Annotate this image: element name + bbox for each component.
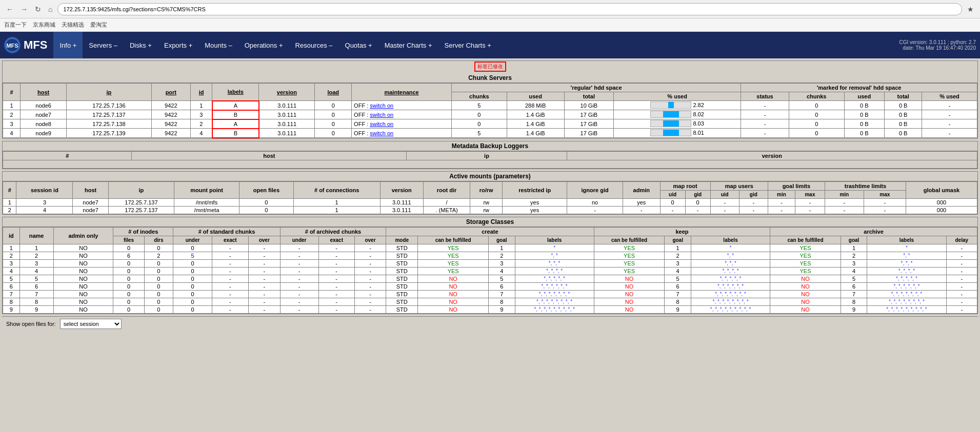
nav-resources[interactable]: Resources – bbox=[289, 32, 339, 58]
nav-servers[interactable]: Servers – bbox=[83, 32, 124, 58]
ml-col-version: version bbox=[567, 151, 977, 160]
am-col-host: host bbox=[73, 181, 108, 198]
sc-create-mode: mode bbox=[386, 236, 418, 244]
am-col-mr-gid: gid bbox=[685, 190, 710, 198]
sc-col-create: create bbox=[386, 227, 594, 236]
cs-col-num: # bbox=[3, 84, 21, 101]
am-col-mount: mount point bbox=[174, 181, 239, 198]
am-col-openfiles: open files bbox=[239, 181, 294, 198]
sc-col-name: name bbox=[19, 227, 53, 244]
cs-col-version: version bbox=[259, 84, 315, 101]
ml-col-ip: ip bbox=[407, 151, 567, 160]
sc-arch-goal: goal bbox=[841, 236, 867, 244]
cs-col-load: load bbox=[315, 84, 352, 101]
cs-col-mark-chunks: chunks bbox=[789, 92, 844, 101]
back-button[interactable]: ← bbox=[4, 4, 15, 14]
nav-disks[interactable]: Disks + bbox=[124, 32, 158, 58]
session-select[interactable]: select session bbox=[60, 319, 122, 329]
nav-mounts[interactable]: Mounts – bbox=[198, 32, 238, 58]
home-button[interactable]: ⌂ bbox=[46, 4, 54, 14]
sc-std-exact: exact bbox=[212, 236, 248, 244]
table-row: 3 node8 172.25.7.138 9422 2 A 3.0.111 0 … bbox=[3, 119, 977, 129]
chunk-servers-table: # host ip port id labels version load ma… bbox=[3, 83, 977, 138]
am-col-rootdir: root dir bbox=[423, 181, 470, 198]
browser-bar: ← → ↻ ⌂ ★ bbox=[0, 0, 980, 18]
am-col-gl-max: max bbox=[795, 190, 825, 198]
cs-col-port: port bbox=[151, 84, 190, 101]
sc-col-adminonly: admin only bbox=[53, 227, 113, 244]
table-row: 1 3 node7 172.25.7.137 /mnt/mfs 0 1 3.0.… bbox=[3, 198, 977, 206]
am-col-mu-gid: gid bbox=[739, 190, 768, 198]
table-row: 1 1 NO 0 0 0 - - - - - STD YES 1 * YES 1… bbox=[3, 244, 977, 252]
cs-col-status: status bbox=[741, 92, 789, 101]
am-col-trashtimits: trashtime limits bbox=[825, 181, 906, 190]
bookmark-tmall[interactable]: 天猫精选 bbox=[62, 21, 84, 29]
refresh-button[interactable]: ↻ bbox=[33, 4, 43, 14]
ml-empty bbox=[3, 160, 977, 168]
sc-keep-labels: labels bbox=[691, 236, 770, 244]
storage-classes-panel: Storage Classes id name admin only # of … bbox=[2, 217, 978, 314]
chunk-servers-title: Chunk Servers bbox=[3, 73, 977, 83]
forward-button[interactable]: → bbox=[18, 4, 30, 14]
table-row: 5 5 NO 0 0 0 - - - - - STD NO 5 *, *, *,… bbox=[3, 275, 977, 282]
table-row: 9 9 NO 0 0 0 - - - - - STD NO 9 *, *, *,… bbox=[3, 305, 977, 313]
cs-col-reg-pct: % used bbox=[614, 92, 741, 101]
sc-create-labels: labels bbox=[515, 236, 594, 244]
nav-exports[interactable]: Exports + bbox=[158, 32, 198, 58]
sc-col-archchunks: # of archived chunks bbox=[280, 227, 386, 236]
sc-delay: delay bbox=[946, 236, 977, 244]
nav-operations[interactable]: Operations + bbox=[238, 32, 289, 58]
metadata-loggers-panel: Metadata Backup Loggers # host ip versio… bbox=[2, 141, 978, 169]
bookmark-taobao[interactable]: 爱淘宝 bbox=[90, 21, 107, 29]
table-row: 3 3 NO 0 0 0 - - - - - STD YES 3 *, *, *… bbox=[3, 259, 977, 267]
table-row: 4 4 NO 0 0 0 - - - - - STD YES 4 *, *, *… bbox=[3, 267, 977, 275]
cs-col-host: host bbox=[21, 84, 67, 101]
nav-master-charts[interactable]: Master Charts + bbox=[378, 32, 438, 58]
sc-inodes-dirs: dirs bbox=[144, 236, 173, 244]
bookmark-baidu[interactable]: 百度一下 bbox=[4, 21, 27, 29]
nav-quotas[interactable]: Quotas + bbox=[339, 32, 378, 58]
table-row: 2 node7 172.25.7.137 9422 3 B 3.0.111 0 … bbox=[3, 110, 977, 119]
am-col-mr-uid: uid bbox=[660, 190, 685, 198]
sc-col-inodes: # of inodes bbox=[113, 227, 173, 236]
url-bar[interactable] bbox=[57, 3, 962, 15]
cs-col-reg-chunks: chunks bbox=[452, 92, 507, 101]
am-col-gl-min: min bbox=[768, 190, 795, 198]
sc-inodes-files: files bbox=[113, 236, 144, 244]
am-col-mapusers: map users bbox=[710, 181, 768, 190]
am-col-connections: # of connections bbox=[293, 181, 380, 198]
main-content: 标签已修改 Chunk Servers # host ip port id la… bbox=[0, 58, 980, 432]
nav-server-charts[interactable]: Server Charts + bbox=[438, 32, 497, 58]
table-row bbox=[3, 160, 977, 168]
logo: MFS MFS bbox=[4, 37, 47, 53]
sc-keep-goal: goal bbox=[665, 236, 691, 244]
sc-create-fulfilled: can be fulfilled bbox=[418, 236, 489, 244]
star-button[interactable]: ★ bbox=[965, 4, 976, 14]
active-mounts-title: Active mounts (parameters) bbox=[3, 172, 977, 181]
storage-classes-title: Storage Classes bbox=[3, 217, 977, 227]
cs-col-reg-used: used bbox=[507, 92, 564, 101]
bookmark-jd[interactable]: 京东商城 bbox=[33, 21, 55, 29]
cs-col-reg-total: total bbox=[564, 92, 614, 101]
logo-text: MFS bbox=[24, 38, 47, 52]
storage-classes-table: id name admin only # of inodes # of stan… bbox=[3, 227, 977, 314]
am-col-session: session id bbox=[16, 181, 73, 198]
ml-col-host: host bbox=[132, 151, 407, 160]
cs-col-maintenance: maintenance bbox=[352, 84, 452, 101]
annotation-label: 标签已修改 bbox=[474, 61, 506, 72]
am-col-mu-uid: uid bbox=[710, 190, 739, 198]
cs-col-id: id bbox=[190, 84, 212, 101]
sc-arch-fulfilled: can be fulfilled bbox=[770, 236, 841, 244]
sc-col-keep: keep bbox=[594, 227, 770, 236]
sc-arch-under: under bbox=[280, 236, 318, 244]
chunk-servers-panel: 标签已修改 Chunk Servers # host ip port id la… bbox=[2, 60, 978, 139]
nav-info[interactable]: Info + bbox=[53, 32, 83, 58]
table-row: 1 node6 172.25.7.136 9422 1 A 3.0.111 0 … bbox=[3, 101, 977, 110]
am-col-restrictedip: restricted ip bbox=[503, 181, 567, 198]
cs-col-mark-used: used bbox=[844, 92, 885, 101]
cs-col-ip: ip bbox=[66, 84, 151, 101]
svg-text:MFS: MFS bbox=[6, 43, 18, 49]
table-row: 2 4 node7 172.25.7.137 /mnt/meta 0 1 3.0… bbox=[3, 206, 977, 214]
am-col-maproot: map root bbox=[660, 181, 710, 190]
cs-header-regular: 'regular' hdd space bbox=[452, 84, 741, 92]
